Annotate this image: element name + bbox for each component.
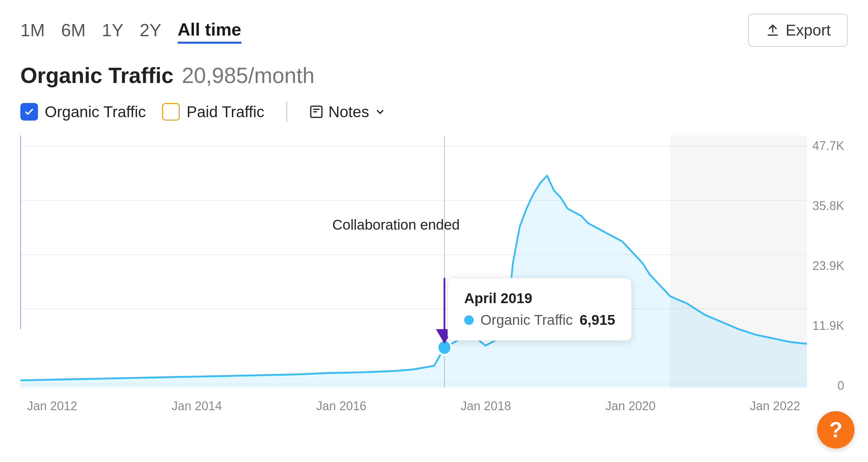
annotation-container: Collaboration ended: [332, 217, 460, 233]
chart-svg: [20, 135, 807, 413]
legend-divider: [286, 102, 287, 122]
filter-1m[interactable]: 1M: [20, 17, 45, 43]
organic-checkbox[interactable]: [20, 103, 38, 121]
y-label-2: 23.9K: [812, 259, 844, 273]
help-button[interactable]: ?: [817, 411, 854, 448]
tooltip-row: Organic Traffic 6,915: [464, 312, 615, 328]
y-label-1: 35.8K: [812, 199, 844, 213]
x-label-0: Jan 2012: [27, 399, 77, 413]
export-icon: [765, 23, 780, 38]
notes-icon: [309, 104, 324, 119]
notes-label: Notes: [329, 103, 369, 121]
legend-organic[interactable]: Organic Traffic: [20, 103, 146, 121]
chart-svg-wrapper: Collaboration ended April 2019 Organic T…: [20, 135, 807, 413]
y-label-3: 11.9K: [812, 319, 844, 333]
x-label-2: Jan 2016: [316, 399, 367, 413]
time-filters: 1M 6M 1Y 2Y All time: [20, 17, 241, 44]
tooltip-dot: [464, 315, 474, 325]
tooltip: April 2019 Organic Traffic 6,915: [448, 278, 632, 341]
help-label: ?: [829, 417, 842, 442]
chevron-down-icon: [374, 106, 386, 118]
filter-1y[interactable]: 1Y: [102, 17, 124, 43]
x-axis-labels: Jan 2012 Jan 2014 Jan 2016 Jan 2018 Jan …: [20, 399, 807, 413]
tooltip-label: Organic Traffic: [480, 312, 573, 328]
tooltip-date: April 2019: [464, 290, 615, 307]
check-icon: [24, 106, 35, 117]
time-bar: 1M 6M 1Y 2Y All time Export: [20, 14, 848, 47]
legend-paid[interactable]: Paid Traffic: [162, 103, 264, 121]
filter-6m[interactable]: 6M: [61, 17, 85, 43]
x-label-3: Jan 2018: [461, 399, 511, 413]
x-label-4: Jan 2020: [605, 399, 655, 413]
x-label-1: Jan 2014: [172, 399, 222, 413]
legend-row: Organic Traffic Paid Traffic Notes: [20, 102, 848, 122]
chart-area: Collaboration ended April 2019 Organic T…: [20, 135, 848, 413]
filter-all-time[interactable]: All time: [178, 17, 241, 44]
notes-button[interactable]: Notes: [309, 103, 386, 121]
traffic-subtitle: 20,985/month: [182, 63, 314, 88]
main-container: 1M 6M 1Y 2Y All time Export Organic Traf…: [0, 0, 868, 413]
y-label-4: 0: [837, 379, 844, 393]
paid-checkbox[interactable]: [162, 103, 180, 121]
filter-2y[interactable]: 2Y: [140, 17, 161, 43]
y-label-0: 47.7K: [812, 139, 844, 153]
organic-label: Organic Traffic: [45, 103, 146, 121]
page-title: Organic Traffic: [20, 63, 174, 88]
export-button[interactable]: Export: [748, 14, 848, 47]
paid-label: Paid Traffic: [186, 103, 264, 121]
tooltip-value: 6,915: [579, 312, 615, 328]
annotation-label: Collaboration ended: [332, 217, 460, 233]
y-axis-labels: 47.7K 35.8K 23.9K 11.9K 0: [812, 135, 844, 413]
x-label-5: Jan 2022: [750, 399, 800, 413]
title-row: Organic Traffic 20,985/month: [20, 63, 848, 88]
